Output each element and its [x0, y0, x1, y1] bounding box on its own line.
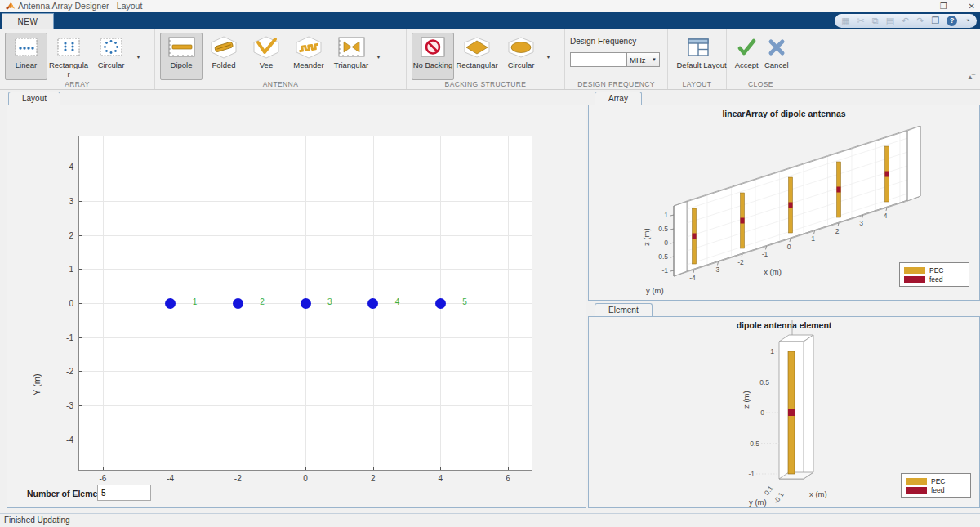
element-number-label: 5: [462, 297, 467, 306]
section-label-array: ARRAY: [0, 80, 154, 88]
x-tick-label: 0: [787, 243, 791, 251]
tab-element[interactable]: Element: [595, 303, 653, 317]
y-tick-label: -1: [66, 333, 74, 342]
help-icon[interactable]: ?: [947, 16, 957, 26]
backing-gallery-dropdown[interactable]: ▼: [542, 33, 555, 80]
redo-icon: ↷: [916, 14, 924, 28]
x-tick-label: -4: [689, 274, 696, 282]
toolstrip: Linear Rectangular: [0, 29, 980, 90]
cut-icon: ✂: [858, 14, 865, 28]
grid-line: [79, 371, 532, 372]
y-tick-label: 3: [69, 197, 74, 206]
circular-array-icon: [98, 36, 124, 59]
triangular-bowtie-icon: [336, 36, 366, 59]
default-layout-button[interactable]: Default Layout: [673, 33, 723, 80]
tab-new[interactable]: NEW: [2, 13, 54, 29]
status-text: Finished Updating: [4, 516, 70, 525]
y-tick-label: 0: [69, 299, 74, 308]
section-label-layout: LAYOUT: [668, 80, 726, 88]
linear-array-icon: [13, 36, 39, 59]
frequency-unit-dropdown[interactable]: MHz ▼: [627, 52, 660, 67]
rectangular-backing-button[interactable]: Rectangular: [454, 33, 500, 80]
x-tick: [440, 467, 441, 470]
cancel-button[interactable]: Cancel: [762, 33, 792, 80]
section-design-frequency: Design Frequency MHz ▼ DESIGN FREQUENCY: [565, 29, 668, 89]
array-element-marker[interactable]: [301, 298, 311, 309]
linear-array-button[interactable]: Linear: [5, 33, 47, 80]
layout-plot-canvas[interactable]: -6-4-2024643210-1-2-3-412345: [78, 136, 532, 471]
section-antenna: Dipole Folded: [155, 29, 407, 89]
app-window: Antenna Array Designer - Layout – ❐ ✕ NE…: [0, 0, 980, 527]
rectangular-backing-icon: [462, 36, 492, 59]
x-tick-label: -2: [737, 258, 744, 266]
z-tick-label: -0.5: [747, 440, 760, 448]
meander-antenna-button[interactable]: Meander: [287, 33, 330, 80]
z-tick-label: 1: [770, 347, 774, 355]
y-tick-label: -3: [66, 400, 74, 409]
array-xlabel: x (m): [764, 267, 782, 276]
antenna-gallery-dropdown[interactable]: ▼: [372, 33, 385, 80]
more-options-icon[interactable]: ◔: [964, 14, 970, 28]
array-element-marker[interactable]: [368, 298, 378, 309]
window-title: Antenna Array Designer - Layout: [18, 1, 142, 11]
element-number-label: 4: [395, 297, 400, 306]
vee-antenna-button[interactable]: Vee: [245, 33, 287, 80]
folded-antenna-button[interactable]: Folded: [203, 33, 245, 80]
array-element-marker[interactable]: [165, 298, 176, 309]
array-element-marker[interactable]: [435, 298, 446, 309]
y-tick: [79, 405, 82, 406]
feed-swatch: [904, 276, 925, 283]
feed-point: [788, 409, 795, 416]
no-backing-button[interactable]: No Backing: [412, 33, 454, 80]
section-label-close: CLOSE: [727, 80, 795, 88]
tab-array[interactable]: Array: [595, 92, 642, 105]
cancel-x-icon: [767, 36, 786, 59]
collapse-toolstrip-button[interactable]: ▲̅: [967, 74, 973, 81]
y-tick-label: -0.1: [772, 490, 786, 505]
restore-button[interactable]: ❐: [940, 2, 947, 11]
element-panel: dipole antenna element 10.50-0.5-10.1-0.…: [588, 316, 980, 508]
x-tick-label: 2: [835, 227, 840, 235]
circular-backing-button[interactable]: Circular: [500, 33, 542, 80]
number-of-elements-input[interactable]: [97, 485, 151, 501]
layout-panel: Y (m) -6-4-2024643210-1-2-3-412345 Numbe…: [7, 105, 586, 508]
tab-layout[interactable]: Layout: [8, 92, 60, 105]
x-tick-label: 0: [303, 474, 308, 483]
array-element-marker[interactable]: [233, 298, 243, 309]
close-button[interactable]: ✕: [969, 2, 975, 11]
z-tick-label: 0.5: [658, 225, 668, 233]
z-tick-label: 1: [664, 211, 668, 219]
design-frequency-input[interactable]: [570, 52, 627, 67]
x-tick-label: 2: [371, 474, 376, 483]
title-bar: Antenna Array Designer - Layout – ❐ ✕: [0, 0, 980, 12]
y-tick-label: -4: [66, 435, 74, 444]
section-layout: Default Layout LAYOUT: [668, 29, 727, 89]
minimize-button[interactable]: –: [914, 2, 919, 11]
paste-icon: ▤: [886, 14, 894, 28]
feed-swatch: [906, 487, 927, 494]
pec-swatch: [906, 478, 927, 485]
rectangular-array-icon: [56, 36, 82, 59]
element-number-label: 1: [193, 297, 198, 306]
dipole-antenna-button[interactable]: Dipole: [160, 33, 203, 80]
no-backing-icon: [419, 36, 447, 59]
x-tick: [238, 467, 238, 470]
triangular-antenna-button[interactable]: Triangular: [330, 33, 372, 80]
z-tick-label: -0.5: [656, 252, 668, 261]
meander-dipole-icon: [294, 36, 323, 59]
window-layout-icon[interactable]: ❒: [931, 14, 939, 28]
array-gallery-dropdown[interactable]: ▼: [132, 33, 145, 80]
y-tick: [79, 269, 82, 270]
circular-array-button[interactable]: Circular: [90, 33, 132, 80]
rectangular-array-button[interactable]: Rectangular: [47, 33, 90, 80]
array-panel: linearArray of dipole antennas 10.50-0.5…: [588, 105, 980, 301]
y-tick-label: -2: [66, 367, 74, 376]
chevron-down-icon: ▼: [652, 57, 657, 62]
element-number-label: 3: [327, 297, 332, 306]
section-label-antenna: ANTENNA: [155, 80, 406, 88]
x-tick-label: 4: [439, 474, 443, 483]
dipole-icon: [167, 36, 196, 59]
accept-button[interactable]: Accept: [732, 33, 762, 80]
feed-point: [789, 203, 793, 208]
feed-point: [741, 218, 745, 224]
